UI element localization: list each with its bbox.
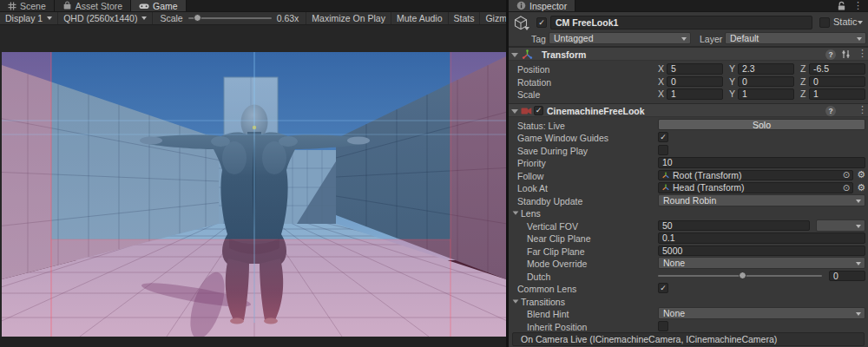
tag-label: Tag bbox=[531, 34, 546, 44]
dutch-slider[interactable] bbox=[658, 275, 822, 277]
resolution-dropdown[interactable]: QHD (2560x1440) bbox=[58, 12, 153, 24]
kebab-menu-icon[interactable]: ⋮ bbox=[858, 105, 867, 115]
no-pass-zone-bottom[interactable] bbox=[51, 239, 450, 337]
check-icon: ✓ bbox=[538, 19, 545, 27]
object-picker-icon[interactable]: ⊙ bbox=[843, 170, 850, 180]
look-at-object-field[interactable]: Head (Transform) ⊙ bbox=[658, 182, 853, 193]
tab-game[interactable]: Game bbox=[131, 0, 187, 11]
foldout-icon[interactable] bbox=[511, 53, 518, 57]
vertical-fov-field[interactable]: 50 bbox=[658, 220, 810, 232]
gear-icon[interactable]: ⚙ bbox=[857, 183, 865, 193]
rotation-y-field[interactable]: 0 bbox=[738, 76, 794, 88]
presets-icon[interactable] bbox=[841, 49, 851, 59]
foldout-icon[interactable] bbox=[513, 211, 519, 214]
cinemachine-header[interactable]: ✓ CinemachineFreeLook ? ⋮ bbox=[509, 103, 868, 117]
object-picker-icon[interactable]: ⊙ bbox=[843, 183, 850, 193]
game-controller-icon bbox=[139, 2, 149, 10]
axis-y-label: Y bbox=[729, 88, 738, 99]
maximize-on-play-button[interactable]: Maximize On Play bbox=[306, 12, 391, 24]
inherit-position-checkbox[interactable] bbox=[658, 321, 668, 331]
check-icon: ✓ bbox=[660, 134, 667, 141]
scale-slider-knob[interactable] bbox=[194, 14, 201, 22]
status-row: Status: Live Solo bbox=[509, 119, 868, 132]
position-x-field[interactable]: 5 bbox=[667, 63, 723, 75]
inherit-position-row: Inherit Position bbox=[509, 320, 868, 333]
far-clip-field[interactable]: 5000 bbox=[658, 246, 865, 257]
standby-update-dropdown[interactable]: Round Robin bbox=[658, 194, 865, 206]
scale-x-field[interactable]: 1 bbox=[667, 88, 723, 100]
look-at-label: Look At bbox=[517, 183, 548, 193]
check-icon: ✓ bbox=[536, 107, 542, 115]
dutch-value-field[interactable]: 0 bbox=[829, 271, 865, 282]
game-viewport[interactable] bbox=[2, 52, 506, 337]
tab-asset-store[interactable]: Asset Store bbox=[55, 0, 131, 11]
near-clip-label: Near Clip Plane bbox=[527, 233, 591, 244]
layer-dropdown[interactable]: Default bbox=[725, 32, 866, 44]
position-y-field[interactable]: 2.3 bbox=[738, 63, 794, 75]
mode-override-label: Mode Override bbox=[527, 259, 587, 269]
axis-y-label: Y bbox=[729, 76, 738, 87]
kebab-menu-icon[interactable]: ⋮ bbox=[853, 1, 863, 10]
inspector-panel: Inspector ⋮ ✓ CM FreeLook1 Static Tag Un… bbox=[509, 0, 868, 347]
solo-button[interactable]: Solo bbox=[658, 119, 865, 130]
common-lens-checkbox[interactable]: ✓ bbox=[658, 283, 668, 293]
scale-value: 0.63x bbox=[277, 13, 299, 23]
blend-hint-dropdown[interactable]: None bbox=[658, 307, 865, 319]
help-icon[interactable]: ? bbox=[825, 49, 836, 60]
rotation-z-field[interactable]: 0 bbox=[809, 76, 865, 88]
no-pass-zone-right[interactable] bbox=[450, 52, 506, 337]
follow-object-field[interactable]: Root (Transform) ⊙ bbox=[658, 170, 853, 181]
game-toolbar-right: Maximize On Play Mute Audio Stats Gizmos bbox=[306, 12, 531, 24]
foldout-icon[interactable] bbox=[511, 109, 518, 114]
component-enabled-checkbox[interactable]: ✓ bbox=[534, 106, 543, 115]
game-window-guides-checkbox[interactable]: ✓ bbox=[658, 132, 668, 142]
gameobject-active-checkbox[interactable]: ✓ bbox=[536, 17, 547, 28]
gameobject-icon-chevron[interactable] bbox=[524, 27, 529, 30]
scene-grid-icon bbox=[8, 2, 16, 10]
near-clip-field[interactable]: 0.1 bbox=[658, 232, 865, 244]
vertical-fov-row: Vertical FOV 50 bbox=[509, 219, 868, 232]
fov-preset-dropdown[interactable] bbox=[816, 219, 865, 232]
scale-control: Scale 0.63x bbox=[153, 13, 306, 23]
position-z-field[interactable]: -6.5 bbox=[809, 63, 865, 75]
rotation-row: Rotation X0 Y0 Z0 bbox=[509, 75, 868, 88]
help-icon[interactable]: ? bbox=[825, 106, 836, 116]
chevron-down-icon bbox=[47, 16, 52, 20]
priority-field[interactable]: 10 bbox=[658, 157, 865, 168]
vertical-fov-label: Vertical FOV bbox=[527, 221, 578, 232]
mode-override-row: Mode Override None bbox=[509, 257, 868, 270]
tag-layer-row: Tag Untagged Layer Default bbox=[509, 32, 868, 46]
no-pass-zone-left[interactable] bbox=[2, 52, 51, 337]
transform-header[interactable]: Transform ? ⋮ bbox=[509, 47, 868, 61]
scale-y-field[interactable]: 1 bbox=[738, 88, 794, 100]
static-chevron[interactable] bbox=[858, 21, 863, 24]
kebab-menu-icon[interactable]: ⋮ bbox=[858, 49, 867, 58]
mode-override-dropdown[interactable]: None bbox=[658, 257, 865, 269]
common-lens-row: Common Lens ✓ bbox=[509, 282, 868, 295]
scale-z-field[interactable]: 1 bbox=[809, 88, 865, 100]
tab-inspector[interactable]: Inspector bbox=[509, 0, 575, 11]
save-during-play-checkbox[interactable] bbox=[658, 145, 668, 155]
mute-audio-button[interactable]: Mute Audio bbox=[391, 12, 448, 24]
display-dropdown[interactable]: Display 1 bbox=[0, 12, 58, 24]
priority-label: Priority bbox=[517, 158, 546, 168]
stats-button[interactable]: Stats bbox=[448, 12, 480, 24]
soft-zone-overlay[interactable] bbox=[51, 52, 450, 239]
foldout-icon[interactable] bbox=[513, 299, 519, 303]
follow-row: Follow Root (Transform) ⊙ ⚙ bbox=[509, 169, 868, 182]
save-during-play-row: Save During Play bbox=[509, 144, 868, 157]
tag-dropdown[interactable]: Untagged bbox=[549, 32, 691, 44]
gameobject-name-field[interactable]: CM FreeLook1 bbox=[550, 16, 812, 29]
dutch-label: Dutch bbox=[527, 272, 550, 282]
dutch-slider-knob[interactable] bbox=[739, 272, 746, 279]
rotation-x-field[interactable]: 0 bbox=[667, 76, 723, 88]
unlock-icon[interactable] bbox=[837, 1, 846, 11]
layer-label: Layer bbox=[700, 34, 722, 44]
gear-icon[interactable]: ⚙ bbox=[857, 170, 865, 180]
static-checkbox[interactable] bbox=[819, 17, 830, 28]
cinemachine-icon bbox=[521, 106, 532, 116]
game-scene-render bbox=[2, 52, 506, 337]
tab-scene[interactable]: Scene bbox=[0, 0, 55, 11]
axis-x-label: X bbox=[658, 88, 667, 99]
scale-slider[interactable] bbox=[188, 17, 272, 19]
